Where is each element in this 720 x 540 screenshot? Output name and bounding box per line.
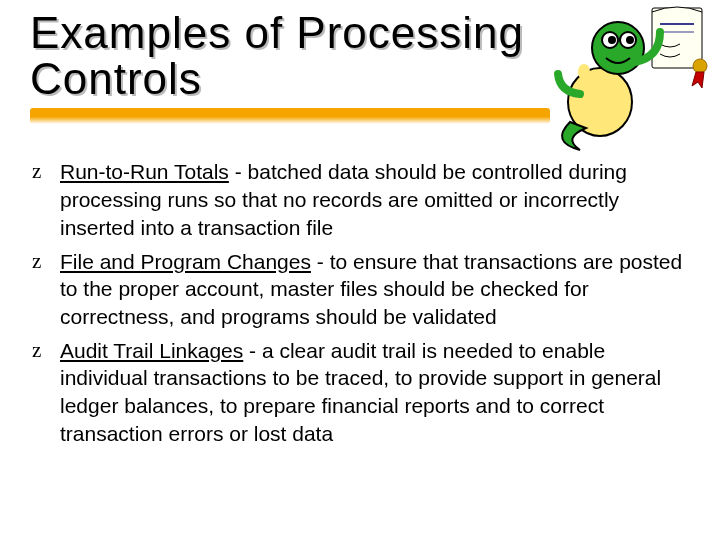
title-underline <box>30 108 550 124</box>
bullet-term: Run-to-Run Totals <box>60 160 229 183</box>
svg-point-3 <box>693 59 707 73</box>
bullet-term: File and Program Changes <box>60 250 311 273</box>
list-item: Run-to-Run Totals - batched data should … <box>32 158 690 247</box>
list-item: Audit Trail Linkages - a clear audit tra… <box>32 337 690 454</box>
list-item: File and Program Changes - to ensure tha… <box>32 248 690 337</box>
slide-title: Examples of Processing Controls <box>30 10 530 102</box>
bullet-list: Run-to-Run Totals - batched data should … <box>32 158 690 453</box>
bullet-term: Audit Trail Linkages <box>60 339 243 362</box>
